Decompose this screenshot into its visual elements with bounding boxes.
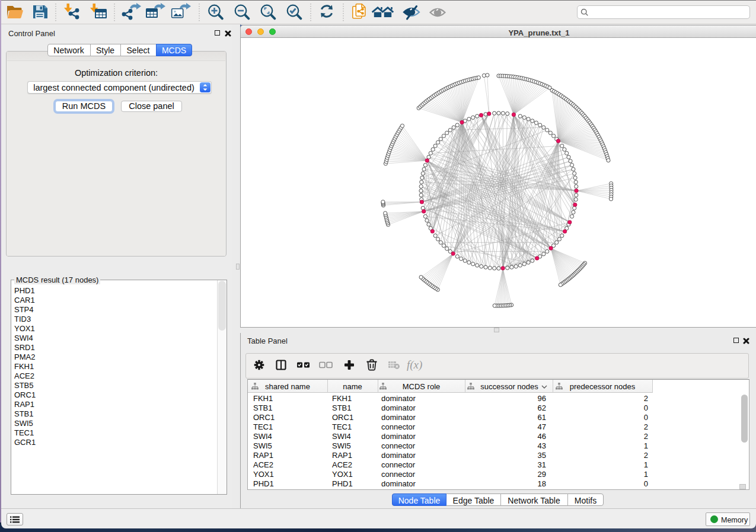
svg-text:f(x): f(x) [407, 358, 422, 371]
